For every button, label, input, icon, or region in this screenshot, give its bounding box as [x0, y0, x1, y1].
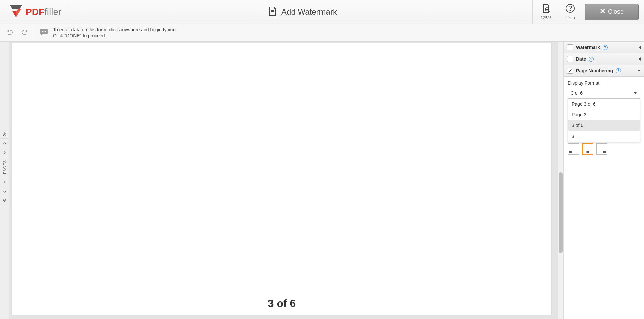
pages-next-button[interactable]: [0, 187, 9, 196]
page-title-text: Add Watermark: [281, 7, 337, 17]
document-canvas[interactable]: 3 of 6: [9, 42, 563, 319]
vertical-scrollbar[interactable]: [558, 42, 563, 319]
display-format-select[interactable]: 3 of 6: [568, 88, 640, 98]
help-button[interactable]: Help: [558, 0, 582, 24]
svg-marker-13: [26, 29, 28, 33]
speech-bubble-icon: [40, 29, 48, 37]
right-panel: Watermark ? Date ? Page Numbering ? Disp…: [563, 42, 644, 319]
svg-text:A: A: [274, 13, 276, 16]
page-numbering-body: Display Format: 3 of 6 Page 3 of 6 Page …: [564, 77, 644, 155]
chevron-left-icon: [639, 57, 641, 61]
panel-row-watermark[interactable]: Watermark ?: [564, 42, 644, 53]
main-area: PAGES 3 of 6 Watermark ? Date ?: [0, 42, 644, 319]
history-controls: [0, 24, 35, 41]
pages-expand-button[interactable]: [0, 148, 9, 157]
redo-button[interactable]: [21, 29, 28, 37]
format-option[interactable]: 3 of 6: [568, 120, 640, 131]
format-option[interactable]: Page 3: [568, 109, 640, 120]
close-icon: [600, 8, 605, 15]
position-row-bottom: [568, 143, 640, 155]
svg-point-9: [570, 10, 571, 11]
position-bottom-left[interactable]: [568, 143, 579, 155]
hint-text: To enter data on this form, click anywhe…: [53, 27, 177, 39]
pages-prev-button[interactable]: [0, 138, 9, 148]
position-bottom-right[interactable]: [596, 143, 607, 155]
svg-marker-12: [7, 29, 9, 33]
hint-bar: To enter data on this form, click anywhe…: [0, 24, 644, 42]
format-option[interactable]: 3: [568, 131, 640, 142]
watermark-label: Watermark: [576, 45, 600, 50]
zoom-button[interactable]: 125%: [534, 0, 558, 24]
date-checkbox[interactable]: [567, 56, 573, 62]
help-icon[interactable]: ?: [603, 45, 608, 50]
help-label: Help: [566, 15, 575, 20]
display-format-value: 3 of 6: [571, 90, 583, 96]
date-label: Date: [576, 56, 586, 62]
panel-row-page-numbering[interactable]: Page Numbering ?: [564, 65, 644, 77]
logo-text: PDFfiller: [26, 7, 61, 17]
pages-label: PAGES: [0, 157, 9, 177]
logo: PDFfiller: [0, 0, 72, 24]
close-label: Close: [608, 8, 624, 15]
svg-point-14: [42, 31, 43, 32]
close-button[interactable]: Close: [585, 4, 639, 20]
page-preview[interactable]: 3 of 6: [12, 43, 551, 315]
help-icon[interactable]: ?: [589, 57, 594, 62]
scrollbar-thumb[interactable]: [559, 172, 563, 253]
svg-point-8: [566, 4, 574, 12]
panel-row-date[interactable]: Date ?: [564, 53, 644, 65]
separator: [17, 30, 17, 36]
zoom-icon: [541, 4, 551, 14]
watermark-page-icon: A: [268, 6, 277, 17]
pages-rail: PAGES: [0, 42, 9, 319]
svg-marker-2: [16, 9, 21, 17]
zoom-label: 125%: [540, 15, 551, 20]
pages-first-button[interactable]: [0, 129, 9, 138]
page-numbering-checkbox[interactable]: [567, 68, 573, 74]
help-icon[interactable]: ?: [616, 68, 621, 73]
watermark-checkbox[interactable]: [567, 44, 573, 50]
page-title: A Add Watermark: [72, 0, 532, 24]
hint-message: To enter data on this form, click anywhe…: [35, 27, 177, 39]
top-right-actions: 125% Help Close: [532, 0, 644, 24]
top-bar: PDFfiller A Add Watermark 125% Help Clos…: [0, 0, 644, 24]
format-option[interactable]: Page 3 of 6: [568, 99, 640, 109]
undo-button[interactable]: [6, 29, 13, 37]
chevron-down-icon: [637, 70, 641, 72]
display-format-dropdown: Page 3 of 6 Page 3 3 of 6 3: [568, 98, 640, 142]
page-number-text: 3 of 6: [268, 297, 296, 310]
help-icon: [565, 4, 575, 14]
position-bottom-center[interactable]: [582, 143, 593, 155]
logo-icon: [8, 5, 24, 18]
page-numbering-label: Page Numbering: [576, 68, 613, 73]
chevron-down-icon: [634, 92, 637, 94]
svg-point-15: [44, 31, 45, 32]
pages-expand-button-2[interactable]: [0, 177, 9, 187]
display-format-label: Display Format:: [568, 80, 640, 86]
chevron-left-icon: [639, 46, 641, 49]
pages-last-button[interactable]: [0, 196, 9, 205]
svg-point-16: [45, 31, 46, 32]
